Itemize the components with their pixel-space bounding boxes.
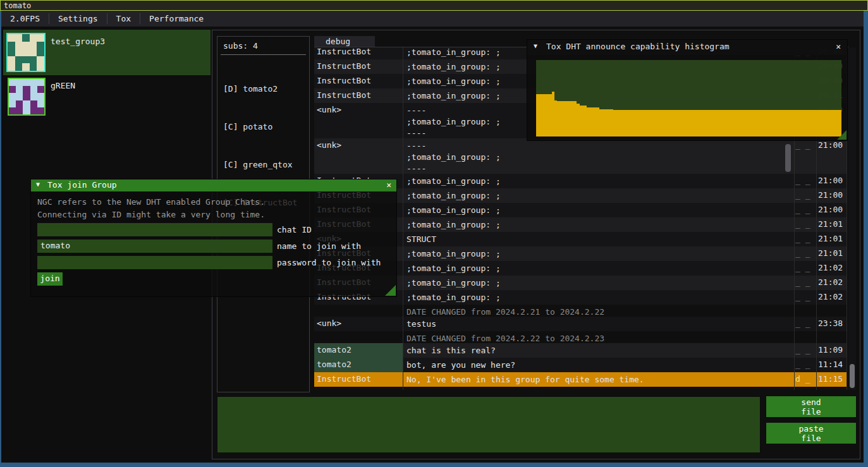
group-avatar-identicon: [8, 78, 46, 116]
histogram-bar: [556, 101, 577, 136]
message-text: ;tomato_in_group: ;: [406, 277, 789, 289]
message-text: testus: [406, 318, 789, 330]
inner-scrollbar-thumb[interactable]: [785, 144, 791, 172]
sender-name: InstructBot: [317, 374, 400, 384]
chat-id-label: chat ID: [277, 225, 312, 234]
delivery-flags: _ _: [795, 190, 816, 200]
timestamp: 21:01: [818, 234, 843, 243]
sender-name: <unk>: [317, 318, 400, 328]
delivery-flags: _ _: [795, 248, 816, 258]
delivery-flags: _ _: [795, 263, 816, 272]
dht-histogram-plot: [536, 60, 841, 136]
sender-name: <unk>: [317, 140, 400, 150]
message-text: ;tomato_in_group: ;: [406, 219, 789, 231]
message-text: STRUCT: [406, 234, 789, 245]
delivery-flags: _ _: [795, 176, 816, 185]
delivery-flags: _ _: [795, 140, 816, 150]
timestamp: 21:00: [818, 205, 843, 214]
message-text: ;tomato_in_group: ;: [406, 190, 789, 202]
join-group-title: Tox join Group: [47, 180, 117, 190]
histogram-bar: [599, 109, 614, 136]
fps-counter: 2.0FPS: [1, 14, 49, 23]
delivery-flags: _ _: [795, 219, 816, 229]
message-text: ;tomato_in_group: ;: [406, 205, 789, 216]
message-text: ;tomato_in_group: ;: [406, 176, 789, 187]
subs-member[interactable]: [C] potato: [223, 121, 297, 133]
message-text: ;tomato_in_group: ;: [406, 292, 789, 303]
join-name-label: name to join with: [277, 241, 361, 251]
delivery-flags: _ _: [795, 292, 816, 301]
group-name: gREEN: [51, 81, 75, 90]
message-text: chat is this real?: [406, 345, 789, 356]
chat-row[interactable]: DATE CHANGED from 2024.2.22 to 2024.2.23: [314, 331, 847, 343]
timestamp: 21:00: [818, 190, 843, 200]
resize-grip[interactable]: [837, 130, 847, 140]
message-text: ;tomato_in_group: ;: [406, 263, 789, 274]
delivery-flags: _ _: [795, 277, 816, 287]
window-frame-right: [864, 11, 868, 467]
histogram-bar: [536, 94, 553, 136]
chat-scrollbar-track[interactable]: [848, 47, 856, 390]
menu-settings[interactable]: Settings: [49, 14, 107, 23]
join-name-input[interactable]: tomato: [37, 240, 272, 253]
timestamp: 11:14: [818, 360, 843, 369]
timestamp: 21:00: [818, 140, 843, 150]
subs-separator: [221, 54, 306, 55]
delivery-flags: _ _: [795, 234, 816, 243]
join-description-line2: Connecting via ID might take a very long…: [37, 210, 265, 219]
histogram-bar: [613, 110, 841, 136]
histogram-bar: [580, 106, 587, 136]
sender-name: <unk>: [317, 105, 400, 114]
join-description-line1: NGC refers to the New DHT enabled Group …: [37, 197, 265, 207]
group-avatar-identicon: [6, 33, 46, 72]
send-file-button[interactable]: send file: [766, 396, 856, 417]
join-password-input[interactable]: [37, 256, 272, 269]
timestamp: 23:38: [818, 318, 843, 328]
sender-name: InstructBot: [317, 47, 400, 56]
os-titlebar[interactable]: tomato: [0, 0, 868, 11]
message-text: bot, are you new here?: [406, 360, 789, 371]
menu-tox[interactable]: Tox: [107, 14, 140, 23]
join-button[interactable]: join: [37, 272, 63, 286]
subs-member[interactable]: [C] green_qtox: [223, 159, 297, 171]
chat-id-input[interactable]: [37, 223, 272, 236]
sender-name: tomato2: [317, 345, 400, 355]
delivery-flags: d _: [795, 374, 816, 384]
delivery-flags: _ _: [795, 318, 816, 328]
join-group-window: ▼ Tox join Group ✕ NGC refers to the New…: [30, 179, 397, 297]
menubar: 2.0FPS Settings Tox Performance: [1, 11, 864, 27]
timestamp: 11:09: [818, 345, 843, 355]
window-title: tomato: [4, 1, 31, 10]
chat-row[interactable]: <unk>testus_ _23:38: [314, 317, 847, 331]
chat-row[interactable]: tomato2bot, are you new here?_ _11:14: [314, 358, 847, 372]
menu-performance[interactable]: Performance: [140, 14, 212, 23]
sender-name: tomato2: [317, 360, 400, 369]
paste-file-button[interactable]: paste file: [766, 423, 856, 444]
collapse-icon[interactable]: ▼: [534, 42, 537, 49]
close-icon[interactable]: ✕: [836, 42, 841, 51]
close-icon[interactable]: ✕: [386, 180, 391, 190]
chat-row[interactable]: <unk>----;tomato_in_group: ;----_ _21:00: [314, 138, 847, 174]
histogram-bar: [587, 107, 599, 136]
delivery-flags: _ _: [795, 345, 816, 355]
send-file-label: send file: [797, 397, 825, 416]
chat-row[interactable]: DATE CHANGED from 2024.2.21 to 2024.2.22: [314, 305, 847, 317]
timestamp: 21:02: [818, 263, 843, 272]
chat-row[interactable]: InstructBotNo, I've been in this group f…: [314, 372, 847, 387]
message-input[interactable]: [217, 396, 761, 453]
collapse-icon[interactable]: ▼: [36, 181, 40, 188]
resize-grip[interactable]: [385, 285, 396, 296]
sender-name: InstructBot: [317, 90, 400, 100]
timestamp: 11:15: [818, 374, 843, 384]
tab-debug[interactable]: debug: [314, 36, 375, 47]
sender-name: InstructBot: [317, 61, 400, 71]
timestamp: 21:01: [818, 248, 843, 258]
chat-row[interactable]: tomato2chat is this real?_ _11:09: [314, 343, 847, 358]
paste-file-label: paste file: [797, 424, 825, 443]
message-text: No, I've been in this group for quite so…: [406, 374, 789, 385]
dht-histogram-titlebar[interactable]: ▼ Tox DHT announce capability histogram …: [527, 40, 847, 55]
chat-scrollbar-thumb[interactable]: [850, 364, 855, 388]
subs-member[interactable]: [D] tomato2: [223, 83, 297, 95]
sender-name: InstructBot: [317, 76, 400, 85]
join-group-titlebar[interactable]: ▼ Tox join Group ✕: [31, 179, 396, 191]
